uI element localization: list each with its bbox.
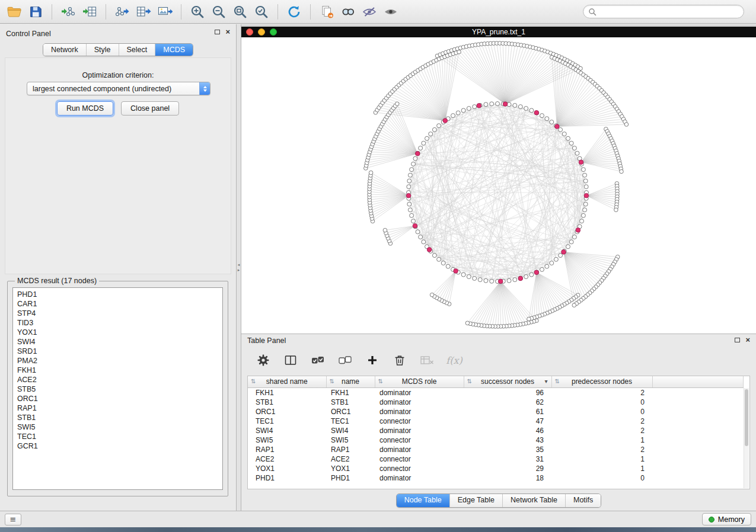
mcds-result-item[interactable]: SRD1 — [17, 347, 222, 356]
mcds-result-item[interactable]: GCR1 — [17, 441, 222, 451]
table-cell[interactable]: 18 — [464, 473, 551, 483]
zoom-fit-button[interactable] — [229, 3, 251, 21]
table-cell[interactable]: 29 — [464, 464, 551, 473]
save-session-button[interactable] — [25, 3, 46, 21]
table-row[interactable]: SWI4SWI4dominator462 — [248, 426, 744, 435]
table-cell[interactable]: PHD1 — [326, 473, 375, 483]
table-cell[interactable]: dominator — [375, 426, 464, 435]
tab-select[interactable]: Select — [119, 44, 155, 56]
status-menu-button[interactable]: ≡ — [5, 514, 21, 525]
table-cell[interactable]: connector — [375, 435, 464, 445]
table-cell[interactable]: 0 — [551, 407, 652, 416]
sort-icon[interactable]: ⇅ — [251, 378, 256, 385]
close-panel-button[interactable]: Close panel — [121, 101, 179, 116]
table-cell[interactable] — [652, 454, 744, 464]
mcds-result-item[interactable]: SWI4 — [17, 337, 222, 347]
zoom-selected-button[interactable] — [251, 3, 272, 21]
mcds-result-item[interactable]: PMA2 — [17, 356, 222, 366]
table-cell[interactable]: RAP1 — [326, 445, 375, 454]
function-builder-button[interactable]: f(x) — [444, 351, 464, 370]
table-cell[interactable]: connector — [375, 464, 464, 473]
table-cell[interactable]: 96 — [464, 387, 551, 398]
network-window-titlebar[interactable]: YPA_prune.txt_1 — [241, 27, 756, 37]
column-header-successor-nodes[interactable]: ⇅ successor nodes ▾ — [464, 376, 551, 387]
table-cell[interactable] — [652, 435, 744, 445]
close-panel-icon[interactable]: × — [745, 337, 750, 343]
mcds-result-item[interactable]: SWI5 — [17, 422, 222, 432]
run-mcds-button[interactable]: Run MCDS — [57, 101, 113, 116]
import-network-button[interactable] — [58, 3, 79, 21]
delete-table-button[interactable] — [417, 351, 437, 370]
table-row[interactable]: STB1STB1dominator620 — [248, 398, 744, 407]
table-cell[interactable]: connector — [375, 416, 464, 426]
chevron-down-icon[interactable]: ▾ — [544, 378, 547, 384]
table-cell[interactable]: 61 — [464, 407, 551, 416]
sort-icon[interactable]: ⇅ — [555, 378, 560, 385]
table-row[interactable]: YOX1YOX1connector291 — [248, 464, 744, 473]
table-row[interactable]: ORC1ORC1dominator610 — [248, 407, 744, 416]
table-cell[interactable]: 31 — [464, 454, 551, 464]
column-header-mcds-role[interactable]: ⇅ MCDS role — [375, 376, 464, 387]
table-cell[interactable]: YOX1 — [248, 464, 326, 473]
export-network-button[interactable] — [111, 3, 133, 21]
scrollbar-thumb[interactable] — [745, 389, 748, 446]
deselect-all-button[interactable] — [335, 351, 355, 370]
zoom-in-button[interactable] — [187, 3, 208, 21]
table-row[interactable]: FKH1FKH1dominator962 — [248, 387, 744, 398]
show-details-button[interactable] — [380, 3, 401, 21]
table-cell[interactable] — [652, 398, 744, 407]
table-cell[interactable]: RAP1 — [248, 445, 326, 454]
table-cell[interactable]: connector — [375, 454, 464, 464]
table-cell[interactable] — [652, 445, 744, 454]
table-scrollbar[interactable] — [744, 388, 749, 488]
mcds-result-item[interactable]: TID3 — [17, 318, 222, 328]
search-input[interactable] — [599, 8, 739, 16]
table-row[interactable]: ACE2ACE2connector311 — [248, 454, 744, 464]
sort-icon[interactable]: ⇅ — [378, 378, 383, 385]
table-cell[interactable]: FKH1 — [248, 387, 326, 398]
mcds-result-item[interactable]: STP4 — [17, 309, 222, 318]
column-header-shared-name[interactable]: ⇅ shared name — [248, 376, 326, 387]
table-cell[interactable]: TEC1 — [248, 416, 326, 426]
table-cell[interactable] — [652, 426, 744, 435]
open-file-button[interactable] — [4, 3, 25, 21]
table-cell[interactable]: SWI5 — [326, 435, 375, 445]
mcds-result-item[interactable]: TEC1 — [17, 432, 222, 441]
table-cell[interactable]: FKH1 — [326, 387, 375, 398]
tab-edge-table[interactable]: Edge Table — [449, 494, 502, 507]
table-cell[interactable]: 2 — [551, 387, 652, 398]
tab-motifs[interactable]: Motifs — [565, 494, 601, 507]
memory-button[interactable]: Memory — [702, 513, 751, 525]
table-cell[interactable]: TEC1 — [326, 416, 375, 426]
tab-mcds[interactable]: MCDS — [155, 44, 193, 56]
table-cell[interactable]: 1 — [551, 464, 652, 473]
close-window-icon[interactable] — [246, 28, 253, 36]
tab-node-table[interactable]: Node Table — [397, 494, 449, 507]
table-cell[interactable]: 47 — [464, 416, 551, 426]
table-cell[interactable] — [652, 473, 744, 483]
network-canvas[interactable] — [241, 37, 756, 334]
table-cell[interactable]: 0 — [551, 473, 652, 483]
table-cell[interactable]: 2 — [551, 416, 652, 426]
splitter-collapse-left-icon[interactable]: ◂ — [238, 263, 240, 267]
float-window-icon[interactable] — [215, 30, 220, 34]
table-cell[interactable]: 2 — [551, 426, 652, 435]
delete-column-button[interactable] — [390, 351, 410, 370]
export-table-button[interactable] — [133, 3, 154, 21]
import-table-button[interactable] — [79, 3, 100, 21]
column-header-predecessor-nodes[interactable]: ⇅ predecessor nodes — [551, 376, 652, 387]
minimize-window-icon[interactable] — [258, 28, 265, 36]
tab-network[interactable]: Network — [43, 44, 86, 56]
table-cell[interactable] — [652, 464, 744, 473]
mcds-result-item[interactable]: RAP1 — [17, 403, 222, 413]
close-panel-icon[interactable]: × — [225, 29, 230, 35]
mcds-result-item[interactable]: FKH1 — [17, 366, 222, 375]
table-cell[interactable] — [652, 407, 744, 416]
table-row[interactable]: TEC1TEC1connector472 — [248, 416, 744, 426]
table-row[interactable]: RAP1RAP1dominator352 — [248, 445, 744, 454]
maximize-window-icon[interactable] — [270, 28, 277, 36]
hide-details-button[interactable] — [359, 3, 380, 21]
mcds-result-item[interactable]: CAR1 — [17, 299, 222, 309]
optimization-criterion-select[interactable]: largest connected component (undirected) — [27, 82, 210, 95]
table-cell[interactable]: ORC1 — [248, 407, 326, 416]
